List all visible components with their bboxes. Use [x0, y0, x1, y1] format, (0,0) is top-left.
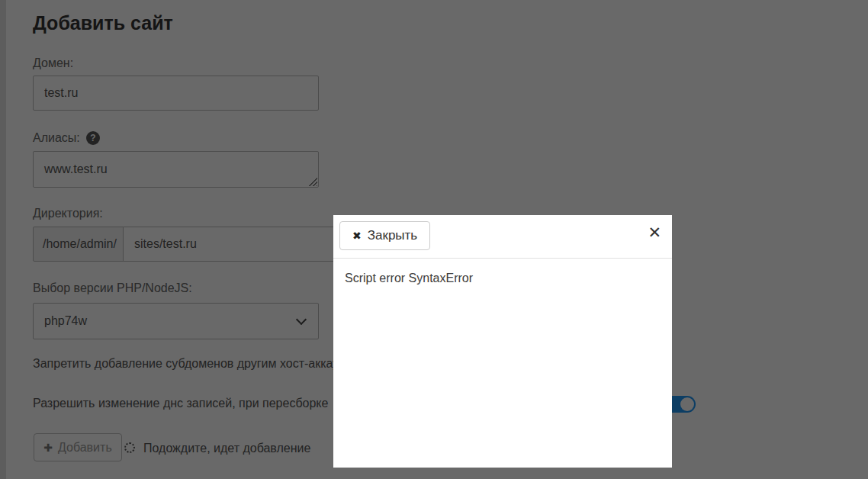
error-modal: ✖ Закрыть ✕ Script error SyntaxError [333, 215, 672, 468]
modal-close-button[interactable]: ✖ Закрыть [339, 221, 430, 250]
modal-body: Script error SyntaxError [333, 259, 672, 298]
close-x-icon: ✖ [352, 230, 362, 242]
error-message: Script error SyntaxError [345, 272, 473, 285]
modal-close-button-label: Закрыть [368, 228, 417, 243]
modal-corner-close-icon[interactable]: ✕ [648, 224, 661, 240]
add-site-page: Добавить сайт Домен: Алиасы: ? www.test.… [0, 0, 868, 479]
modal-header: ✖ Закрыть ✕ [333, 215, 672, 259]
